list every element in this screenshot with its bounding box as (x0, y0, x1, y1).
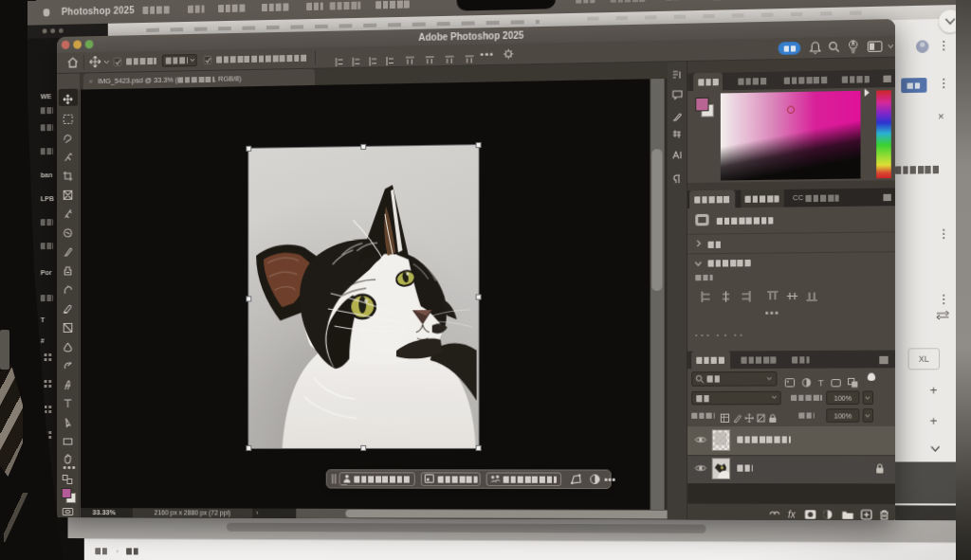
svg-text:fx: fx (788, 509, 797, 519)
svg-text:T: T (818, 378, 824, 388)
